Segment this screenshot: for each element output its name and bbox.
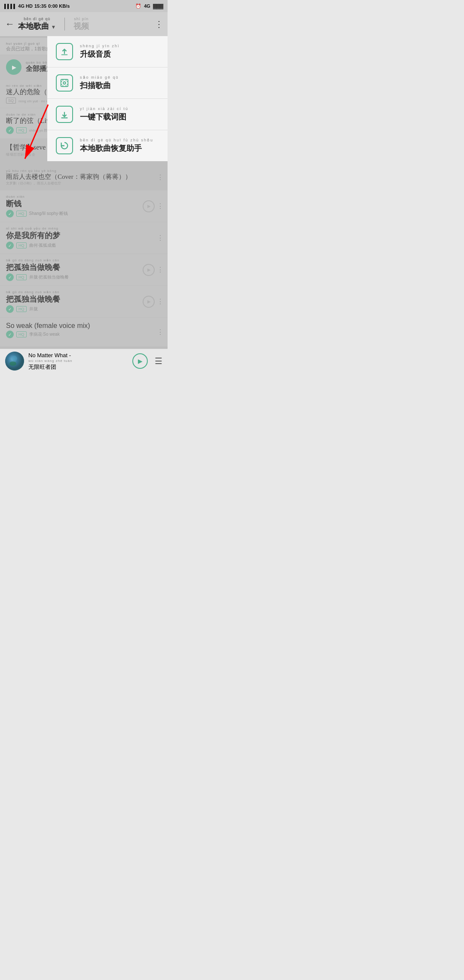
downloaded-check: ✓ — [6, 242, 14, 249]
list-item[interactable]: nǐ shì wǒ suǒ yǒu de mèng 你是我所有的梦 ✓ HQ 曲… — [0, 222, 168, 254]
more-options-button[interactable]: ⋮ — [157, 268, 163, 272]
player-title-chinese: 无限旺者团 — [28, 364, 56, 370]
song-pinyin: yǔ hòu rén qù lóu yě kōng — [6, 169, 162, 173]
player-now-playing: No Matter What - wú xiàn wàng zhě tuán 无… — [28, 351, 132, 371]
player-controls: ▶ ☰ — [132, 353, 162, 369]
quality-badge: HQ — [16, 306, 27, 312]
more-options-button[interactable]: ⋮ — [157, 175, 163, 180]
tab-local-music-label: 本地歌曲 — [18, 22, 49, 31]
song-artist: 李病花·So weak — [29, 331, 60, 337]
player-info: No Matter What - wú xiàn wàng zhě tuán 无… — [28, 351, 132, 371]
nav-title-area: běn dì gē qū 本地歌曲 ▼ shì pín 视频 — [18, 17, 155, 31]
video-play-button[interactable] — [143, 200, 155, 212]
song-title: So weak (female voice mix) — [6, 322, 162, 330]
download-label: 一键下载词图 — [80, 113, 126, 121]
svg-rect-2 — [61, 80, 68, 87]
song-title: 把孤独当做晚餐 — [6, 294, 162, 304]
svg-point-10 — [12, 356, 17, 361]
signal-4g-icon: 4G — [144, 3, 150, 9]
status-right: ⏰ 4G ▓▓▓ — [135, 3, 163, 9]
list-item[interactable]: bǎ gū dú dàng zuò wǎn cān 把孤独当做晚餐 ✓ HQ 井… — [0, 254, 168, 286]
time: 15:35 — [34, 3, 46, 9]
downloaded-check: ✓ — [6, 210, 14, 217]
more-options-button[interactable]: ⋮ — [157, 204, 163, 208]
tab-video[interactable]: shì pín 视频 — [73, 17, 89, 31]
song-meta: ✓ HQ 曲何·孤狐成瘾 — [6, 242, 162, 249]
song-pinyin: bǎ gū dú dàng zuò wǎn cān — [6, 258, 162, 262]
transfer-rate: 0:00 KB/s — [48, 3, 70, 9]
player-play-button[interactable]: ▶ — [132, 353, 148, 369]
download-pinyin: yī jiàn xià zài cí tú — [80, 107, 159, 111]
song-title: 断钱 — [6, 199, 162, 209]
song-title: 你是我所有的梦 — [6, 230, 162, 241]
expired-pinyin: huì yuán jǐ guò qī — [6, 42, 40, 46]
dropdown-arrow-icon: ▼ — [51, 24, 56, 30]
tab-local-music[interactable]: běn dì gē qū 本地歌曲 ▼ — [18, 17, 56, 31]
svg-point-3 — [63, 82, 66, 84]
play-all-button[interactable] — [6, 59, 21, 75]
player-thumbnail — [5, 352, 24, 371]
video-play-button[interactable] — [143, 264, 155, 276]
more-options-button[interactable]: ⋮ — [157, 236, 163, 240]
song-meta: ✓ HQ 李病花·So weak — [6, 331, 162, 338]
song-artist: 井胧 — [29, 306, 38, 312]
player-bar: No Matter What - wú xiàn wàng zhě tuán 无… — [0, 349, 168, 373]
upgrade-pinyin: shēng jí yīn zhì — [80, 44, 159, 48]
tab-local-music-pinyin: běn dì gē qū — [18, 17, 56, 21]
song-pinyin: bǎ gū dú dàng zuò wǎn cān — [6, 290, 162, 294]
dropdown-item-scan-text: sǎo miáo gē qū 扫描歌曲 — [80, 75, 159, 91]
player-queue-button[interactable]: ☰ — [155, 356, 162, 366]
upgrade-icon — [56, 43, 73, 60]
tab-video-label: 视频 — [73, 22, 89, 31]
downloaded-check: ✓ — [6, 331, 14, 338]
status-bar: ▌▌▌▌ 4G HD 15:35 0:00 KB/s ⏰ 4G ▓▓▓ — [0, 0, 168, 12]
dropdown-menu: shēng jí yīn zhì 升级音质 sǎo miáo gē qū 扫描歌… — [47, 36, 168, 161]
more-options-button[interactable]: ⋮ — [157, 330, 163, 334]
dropdown-item-upgrade-text: shēng jí yīn zhì 升级音质 — [80, 44, 159, 59]
list-item[interactable]: duàn xiān 断钱 ✓ HQ Shang/lil sophy·断钱 ⋮ — [0, 190, 168, 222]
song-meta: ✓ HQ 井胧 — [6, 305, 162, 313]
network-signal: ▌▌▌▌ — [4, 4, 16, 9]
list-item[interactable]: So weak (female voice mix) ✓ HQ 李病花·So w… — [0, 318, 168, 347]
scan-label: 扫描歌曲 — [80, 81, 111, 90]
dropdown-item-download-text: yī jiàn xià zài cí tú 一键下载词图 — [80, 107, 159, 122]
list-item[interactable]: yǔ hòu rén qù lóu yě kōng 雨后人去楼也空（Cover：… — [0, 165, 168, 190]
status-left: ▌▌▌▌ 4G HD 15:35 0:00 KB/s — [4, 3, 70, 9]
scan-pinyin: sǎo miáo gē qū — [80, 75, 159, 80]
song-title: 把孤独当做晚餐 — [6, 262, 162, 273]
song-pinyin: duàn xiān — [6, 195, 162, 199]
tab-video-pinyin: shì pín — [73, 17, 89, 21]
downloaded-check: ✓ — [6, 273, 14, 281]
song-artist: 曲何·孤狐成瘾 — [29, 242, 56, 248]
dropdown-item-upgrade[interactable]: shēng jí yīn zhì 升级音质 — [47, 36, 168, 67]
svg-point-9 — [9, 361, 16, 366]
more-options-button[interactable]: ⋮ — [157, 300, 163, 304]
video-play-button[interactable] — [143, 296, 155, 308]
song-meta: ✓ HQ 井胧·把孤独当做晚餐 — [6, 273, 162, 281]
more-menu-button[interactable]: ⋮ — [155, 22, 162, 26]
quality-badge: HQ — [16, 274, 27, 280]
dropdown-item-restore[interactable]: běn dì gē qū huī fù zhù shǒu 本地歌曲恢复助手 — [47, 130, 168, 161]
list-item[interactable]: bǎ gū dú dàng zuò wǎn cān 把孤独当做晚餐 ✓ HQ 井… — [0, 286, 168, 318]
quality-badge: HQ — [16, 127, 27, 133]
quality-badge: HQ — [16, 211, 27, 217]
quality-badge: HQ — [16, 331, 27, 337]
upgrade-label: 升级音质 — [80, 50, 111, 58]
dropdown-item-download[interactable]: yī jiàn xià zài cí tú 一键下载词图 — [47, 99, 168, 130]
quality-badge: HQ — [16, 242, 27, 248]
network-type: 4G HD — [18, 3, 33, 9]
svg-rect-1 — [61, 54, 68, 55]
restore-label: 本地歌曲恢复助手 — [80, 144, 142, 153]
player-title-text: No Matter What - — [28, 352, 71, 358]
content-area: huì yuán jǐ guò qī 会员已过期，1首歌曲不- quán bù … — [0, 36, 168, 349]
song-artist: Shang/lil sophy·断钱 — [29, 211, 68, 217]
quality-badge: SQ — [6, 98, 16, 104]
restore-pinyin: běn dì gē qū huī fù zhù shǒu — [80, 138, 159, 142]
dropdown-item-scan[interactable]: sǎo miáo gē qū 扫描歌曲 — [47, 67, 168, 99]
dropdown-item-restore-text: běn dì gē qū huī fù zhù shǒu 本地歌曲恢复助手 — [80, 138, 159, 153]
back-button[interactable]: ← — [5, 18, 15, 30]
song-meta: ✓ HQ Shang/lil sophy·断钱 — [6, 210, 162, 217]
scan-icon — [56, 74, 73, 92]
song-pinyin: nǐ shì wǒ suǒ yǒu de mèng — [6, 227, 162, 230]
restore-icon — [56, 137, 73, 154]
